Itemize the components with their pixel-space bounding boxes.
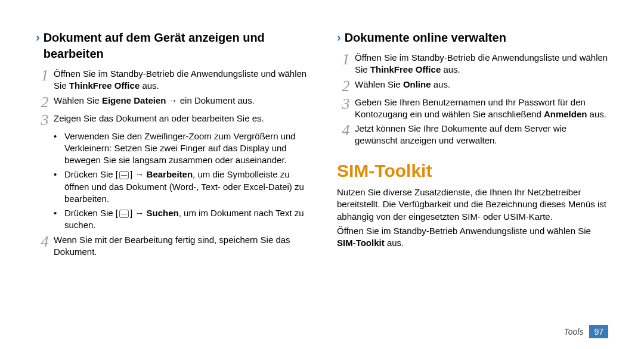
bullet-dot: •: [54, 130, 64, 167]
menu-item: Online: [403, 79, 431, 89]
text: aus.: [441, 64, 460, 74]
step-2: 2 Wählen Sie Eigene Dateien → ein Dokume…: [36, 95, 307, 110]
step-text: Wenn Sie mit der Bearbeitung fertig sind…: [54, 234, 307, 258]
bullet-3: • Drücken Sie [] → Suchen, um im Dokumen…: [54, 207, 307, 232]
step-number: 4: [36, 234, 54, 258]
bullet-2: • Drücken Sie [] → Bearbeiten, um die Sy…: [54, 169, 307, 205]
action: Bearbeiten: [147, 169, 193, 179]
text: ] →: [130, 169, 147, 179]
section-heading-left: › Dokument auf dem Gerät anzeigen und be…: [36, 30, 307, 62]
step-text: Geben Sie Ihren Benutzernamen und Ihr Pa…: [355, 96, 608, 121]
bullet-text: Verwenden Sie den Zweifinger-Zoom zum Ve…: [64, 130, 307, 167]
text: Drücken Sie [: [64, 169, 118, 179]
menu-button-icon: [119, 171, 129, 179]
text: → ein Dokument aus.: [166, 95, 254, 105]
step-4: 4 Jetzt können Sie Ihre Dokumente auf de…: [337, 123, 608, 147]
step-3: 3 Zeigen Sie das Dokument an oder bearbe…: [36, 113, 307, 128]
footer-section-label: Tools: [564, 327, 583, 336]
step-number: 2: [36, 95, 54, 110]
text: aus.: [431, 79, 451, 89]
heading-text: Dokumente online verwalten: [345, 30, 506, 46]
app-name: ThinkFree Office: [370, 64, 441, 74]
app-name: ThinkFree Office: [69, 80, 140, 91]
section-heading-right: › Dokumente online verwalten: [337, 30, 608, 46]
text: aus.: [587, 109, 606, 119]
step-number: 3: [36, 113, 54, 128]
step-4: 4 Wenn Sie mit der Bearbeitung fertig si…: [36, 234, 307, 258]
chevron-icon: ›: [337, 30, 341, 44]
page-footer: Tools 97: [564, 325, 608, 338]
right-column: › Dokumente online verwalten 1 Öffnen Si…: [337, 24, 608, 260]
text: Wählen Sie: [54, 95, 102, 105]
step-text: Jetzt können Sie Ihre Dokumente auf dem …: [355, 123, 608, 147]
page-number: 97: [589, 325, 608, 338]
text: aus.: [385, 238, 404, 248]
bullet-dot: •: [54, 169, 64, 205]
action: Suchen: [147, 208, 179, 218]
text: Wählen Sie: [355, 79, 403, 89]
heading-text: Dokument auf dem Gerät anzeigen und bear…: [44, 30, 307, 62]
text: ] →: [130, 208, 147, 218]
step-number: 4: [337, 123, 355, 147]
step-number: 1: [36, 68, 54, 92]
bullet-text: Drücken Sie [] → Suchen, um im Dokument …: [64, 207, 307, 232]
step-text: Öffnen Sie im Standby-Betrieb die Anwend…: [355, 52, 608, 76]
step-3: 3 Geben Sie Ihren Benutzernamen und Ihr …: [337, 96, 608, 121]
left-column: › Dokument auf dem Gerät anzeigen und be…: [36, 24, 307, 260]
step-text: Öffnen Sie im Standby-Betrieb die Anwend…: [54, 68, 307, 92]
step-number: 3: [337, 96, 355, 121]
step-text: Wählen Sie Eigene Dateien → ein Dokument…: [54, 95, 307, 110]
app-name: SIM-Toolkit: [337, 238, 385, 248]
bullet-text: Drücken Sie [] → Bearbeiten, um die Symb…: [64, 169, 307, 205]
bullet-1: • Verwenden Sie den Zweifinger-Zoom zum …: [54, 130, 307, 167]
step-number: 2: [337, 79, 355, 94]
step-text: Wählen Sie Online aus.: [355, 79, 608, 94]
step-text: Zeigen Sie das Dokument an oder bearbeit…: [54, 113, 307, 128]
step-2: 2 Wählen Sie Online aus.: [337, 79, 608, 94]
step-1: 1 Öffnen Sie im Standby-Betrieb die Anwe…: [337, 52, 608, 76]
chevron-icon: ›: [36, 30, 40, 44]
menu-item: Eigene Dateien: [102, 95, 166, 105]
step-1: 1 Öffnen Sie im Standby-Betrieb die Anwe…: [36, 68, 307, 92]
menu-button-icon: [119, 210, 129, 218]
paragraph: Nutzen Sie diverse Zusatzdienste, die Ih…: [337, 186, 608, 223]
page: › Dokument auf dem Gerät anzeigen und be…: [0, 0, 644, 272]
bullet-dot: •: [54, 207, 64, 232]
text: Öffnen Sie im Standby-Betrieb Anwendungs…: [337, 226, 591, 236]
paragraph: Öffnen Sie im Standby-Betrieb Anwendungs…: [337, 225, 608, 250]
step-number: 1: [337, 52, 355, 76]
text: aus.: [140, 80, 159, 91]
action: Anmelden: [544, 109, 587, 119]
text: Drücken Sie [: [64, 208, 118, 218]
section-title-sim: SIM-Toolkit: [337, 159, 608, 183]
